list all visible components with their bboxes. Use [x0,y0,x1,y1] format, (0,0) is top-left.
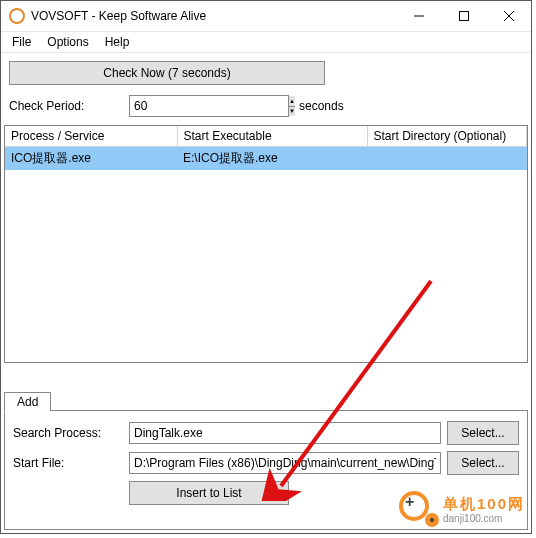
app-icon [9,8,25,24]
minimize-button[interactable] [396,1,441,31]
menu-file[interactable]: File [4,34,39,50]
search-process-label: Search Process: [13,426,123,440]
seconds-label: seconds [299,99,344,113]
close-button[interactable] [486,1,531,31]
svg-rect-1 [459,12,468,21]
process-table[interactable]: Process / Service Start Executable Start… [4,125,528,363]
menubar: File Options Help [1,32,531,53]
window-title: VOVSOFT - Keep Software Alive [31,9,396,23]
select-file-button[interactable]: Select... [447,451,519,475]
table-cell: ICO提取器.exe [5,147,177,171]
table-row[interactable]: ICO提取器.exeE:\ICO提取器.exe [5,147,527,171]
menu-options[interactable]: Options [39,34,96,50]
menu-help[interactable]: Help [97,34,138,50]
window-controls [396,1,531,31]
spin-down-button[interactable]: ▼ [289,107,295,117]
insert-to-list-button[interactable]: Insert to List [129,481,289,505]
check-period-label: Check Period: [9,99,119,113]
table-cell [367,147,527,171]
select-process-button[interactable]: Select... [447,421,519,445]
col-start-exe[interactable]: Start Executable [177,126,367,147]
titlebar: VOVSOFT - Keep Software Alive [1,1,531,32]
table-cell: E:\ICO提取器.exe [177,147,367,171]
spin-up-button[interactable]: ▲ [289,96,295,107]
search-process-input[interactable] [129,422,441,444]
maximize-button[interactable] [441,1,486,31]
top-area: Check Now (7 seconds) Check Period: ▲ ▼ … [1,53,531,125]
col-process[interactable]: Process / Service [5,126,177,147]
tab-add[interactable]: Add [4,392,51,412]
check-now-button[interactable]: Check Now (7 seconds) [9,61,325,85]
app-window: VOVSOFT - Keep Software Alive File Optio… [0,0,532,534]
start-file-input[interactable] [129,452,441,474]
start-file-label: Start File: [13,456,123,470]
add-panel: Add Search Process: Select... Start File… [4,410,528,530]
col-start-dir[interactable]: Start Directory (Optional) [367,126,527,147]
check-period-input[interactable] [130,96,288,116]
check-period-spinbox[interactable]: ▲ ▼ [129,95,289,117]
